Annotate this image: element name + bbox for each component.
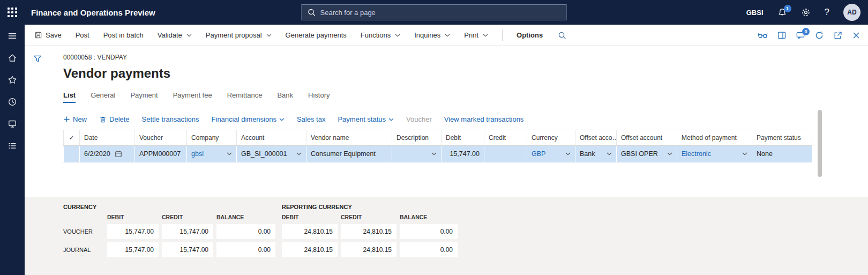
calendar-icon[interactable] — [115, 150, 122, 158]
tab-general[interactable]: General — [91, 91, 115, 103]
col-offset-account[interactable]: Offset account — [617, 130, 677, 146]
credit-header: CREDIT — [341, 214, 396, 220]
filter-funnel-icon[interactable] — [33, 55, 42, 63]
app-launcher-icon[interactable] — [0, 0, 25, 25]
col-company[interactable]: Company — [187, 130, 237, 146]
currency-cell[interactable]: GBP — [527, 146, 575, 162]
date-cell[interactable]: 6/2/2020 — [80, 146, 135, 162]
vertical-scrollbar[interactable] — [818, 110, 822, 177]
refresh-icon[interactable] — [814, 31, 824, 40]
company-picker[interactable]: GBSI — [746, 9, 764, 17]
payment-status-menu[interactable]: Payment status — [338, 115, 394, 123]
avatar[interactable]: AD — [843, 4, 860, 21]
chevron-down-icon[interactable] — [607, 152, 612, 155]
chevron-down-icon — [445, 34, 450, 37]
account-cell[interactable]: GB_SI_000001 — [237, 146, 306, 162]
chevron-down-icon[interactable] — [227, 152, 232, 155]
glasses-icon[interactable] — [758, 30, 768, 40]
action-search-icon[interactable] — [558, 31, 566, 40]
delete-button[interactable]: Delete — [99, 115, 130, 123]
settings-button[interactable] — [801, 8, 811, 17]
col-account[interactable]: Account — [237, 130, 306, 146]
voucher-cell[interactable]: APPM000007 — [135, 146, 187, 162]
col-credit[interactable]: Credit — [484, 130, 527, 146]
chevron-down-icon[interactable] — [742, 152, 747, 155]
col-currency[interactable]: Currency — [527, 130, 575, 146]
close-icon[interactable] — [852, 31, 860, 40]
voucher-row-label: VOUCHER — [63, 228, 104, 235]
col-vendor-name[interactable]: Vendor name — [306, 130, 392, 146]
col-method-of-payment[interactable]: Method of payment — [677, 130, 752, 146]
payment-proposal-menu[interactable]: Payment proposal — [206, 31, 272, 39]
page-search[interactable] — [302, 4, 567, 20]
company-cell[interactable]: gbsi — [187, 146, 237, 162]
favorites-star-icon[interactable] — [7, 75, 18, 85]
task-pane-icon[interactable] — [777, 31, 787, 40]
chevron-down-icon — [266, 34, 272, 37]
view-marked-transactions-button[interactable]: View marked transactions — [444, 115, 524, 123]
recent-clock-icon[interactable] — [7, 96, 18, 107]
action-pane-left: Save Post Post in batch Validate Payment… — [34, 29, 758, 41]
sales-tax-button[interactable]: Sales tax — [297, 115, 325, 123]
description-cell[interactable] — [392, 146, 442, 162]
messages-icon[interactable]: 0 — [796, 31, 805, 40]
waffle-grid-icon — [8, 8, 17, 17]
tab-payment[interactable]: Payment — [130, 91, 158, 103]
chevron-down-icon[interactable] — [667, 152, 672, 155]
tab-payment-fee[interactable]: Payment fee — [173, 91, 212, 103]
search-input[interactable] — [320, 9, 561, 17]
table-row[interactable]: 6/2/2020 APPM000007 — [64, 146, 812, 162]
trash-icon — [99, 116, 107, 123]
col-debit[interactable]: Debit — [442, 130, 484, 146]
journal-list-icon[interactable] — [7, 140, 18, 151]
payments-grid: ✓ Date Voucher Company Account Vendor na… — [63, 130, 812, 162]
menu-icon[interactable] — [7, 31, 18, 41]
credit-cell[interactable] — [484, 146, 527, 162]
tab-strip: List General Payment Payment fee Remitta… — [63, 91, 868, 103]
col-offset-account-type[interactable]: Offset acco… — [575, 130, 617, 146]
col-date[interactable]: Date — [80, 130, 135, 146]
tab-history[interactable]: History — [308, 91, 330, 103]
save-button[interactable]: Save — [34, 31, 62, 39]
inquiries-menu[interactable]: Inquiries — [414, 31, 450, 39]
vendor-name-cell[interactable]: Consumer Equipment — [306, 146, 392, 162]
validate-menu[interactable]: Validate — [158, 31, 192, 39]
notifications-button[interactable]: 1 — [777, 8, 787, 17]
tab-list[interactable]: List — [63, 91, 76, 103]
chevron-down-icon[interactable] — [431, 152, 437, 155]
method-of-payment-cell[interactable]: Electronic — [677, 146, 752, 162]
post-in-batch-button[interactable]: Post in batch — [103, 31, 144, 39]
col-description[interactable]: Description — [392, 130, 442, 146]
page-title: Vendor payments — [63, 66, 868, 81]
action-pane: Save Post Post in batch Validate Payment… — [25, 25, 868, 46]
tab-remittance[interactable]: Remittance — [227, 91, 263, 103]
post-button[interactable]: Post — [76, 31, 89, 39]
functions-menu[interactable]: Functions — [361, 31, 400, 39]
print-menu[interactable]: Print — [464, 31, 488, 39]
chevron-down-icon[interactable] — [296, 152, 302, 155]
home-icon[interactable] — [7, 53, 18, 63]
chevron-down-icon[interactable] — [565, 152, 571, 155]
options-tab[interactable]: Options — [517, 31, 543, 39]
app-title[interactable]: Finance and Operations Preview — [31, 8, 155, 17]
new-button[interactable]: New — [63, 115, 87, 123]
reporting-totals-title: REPORTING CURRENCY — [282, 204, 458, 210]
settle-transactions-button[interactable]: Settle transactions — [142, 115, 199, 123]
chevron-down-icon — [395, 34, 400, 37]
debit-cell[interactable]: 15,747.00 — [442, 146, 484, 162]
row-checkbox[interactable] — [64, 146, 80, 162]
payment-status-cell[interactable]: None — [752, 146, 812, 162]
financial-dimensions-menu[interactable]: Financial dimensions — [212, 115, 285, 123]
workspaces-icon[interactable] — [7, 118, 18, 129]
col-voucher[interactable]: Voucher — [135, 130, 187, 146]
debit-header: DEBIT — [282, 214, 338, 220]
tab-bank[interactable]: Bank — [277, 91, 293, 103]
col-payment-status[interactable]: Payment status — [752, 130, 812, 146]
offset-account-cell[interactable]: GBSI OPER — [617, 146, 677, 162]
select-all-checkbox[interactable]: ✓ — [64, 130, 80, 146]
search-icon — [308, 8, 316, 17]
offset-account-type-cell[interactable]: Bank — [575, 146, 617, 162]
open-new-window-icon[interactable] — [833, 31, 843, 40]
generate-payments-button[interactable]: Generate payments — [286, 31, 347, 39]
help-button[interactable]: ? — [825, 7, 829, 18]
